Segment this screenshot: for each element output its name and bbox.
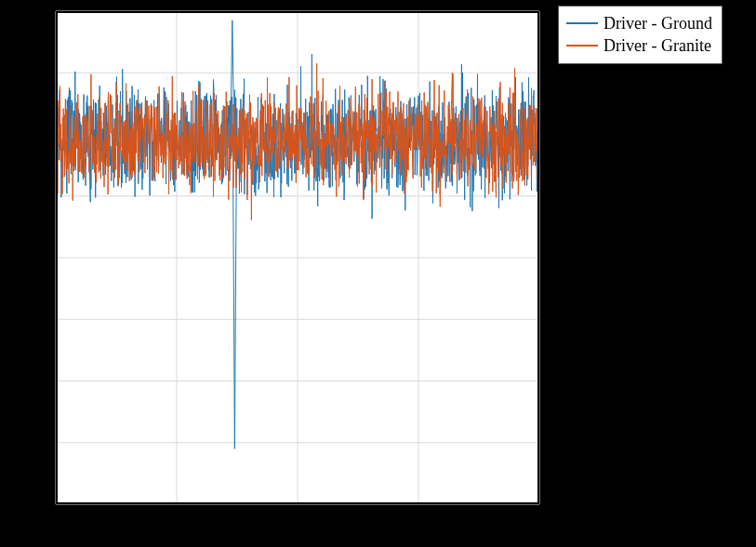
plot-area: [56, 11, 539, 504]
legend-label-granite: Driver - Granite: [603, 34, 711, 57]
legend: Driver - Ground Driver - Granite: [558, 6, 723, 64]
legend-swatch-granite: [566, 45, 598, 47]
legend-item-ground: Driver - Ground: [566, 12, 712, 34]
legend-swatch-ground: [566, 22, 598, 24]
legend-label-ground: Driver - Ground: [603, 12, 712, 34]
chart-stage: Driver - Ground Driver - Granite: [0, 0, 756, 547]
legend-item-granite: Driver - Granite: [566, 34, 712, 57]
series-layer: [56, 11, 539, 504]
